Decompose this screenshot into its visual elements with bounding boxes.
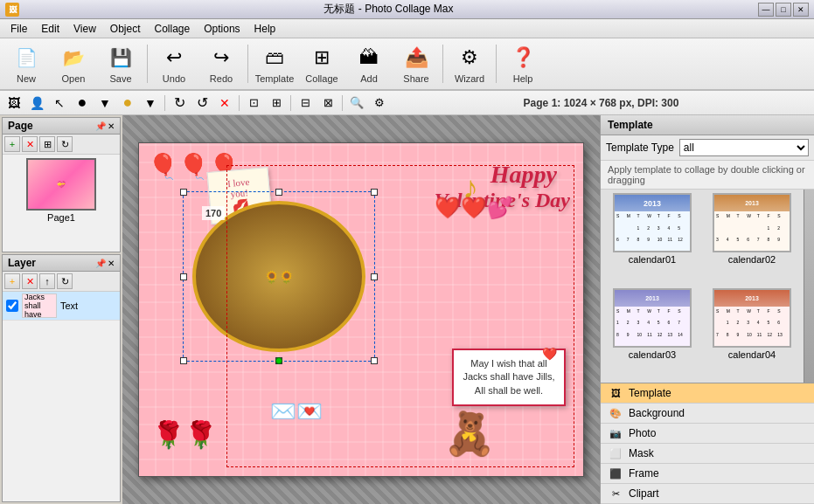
share-label: Share [403, 73, 428, 84]
template-scrollbar[interactable] [804, 190, 814, 383]
layer-thumb: May I wish that all Jacks shall have Jil… [22, 293, 57, 318]
bottom-tabs: 🖼 Template 🎨 Background 📷 Photo ⬜ Mask ⬛… [601, 383, 814, 504]
roses-decoration: 🌹🌹 [152, 419, 217, 450]
layer-number-label: 170 [202, 206, 225, 220]
tb2-btn-dropdown1[interactable]: ▼ [94, 93, 115, 113]
save-label: Save [109, 73, 131, 84]
page-panel-close[interactable]: ✕ [108, 121, 115, 131]
menu-file[interactable]: File [3, 21, 34, 37]
layer-remove-button[interactable]: ✕ [22, 273, 38, 289]
canvas[interactable]: 🎈🎈🎈 I love you! 💋 Happy Valentine's Day … [138, 142, 584, 477]
wizard-button[interactable]: ⚙ Wizard [447, 40, 492, 87]
handle-bl[interactable] [180, 357, 187, 364]
template-item-cal02[interactable]: 2013 SMTWTFS 12 3456789 calendar02 [704, 193, 800, 285]
page-copy-button[interactable]: ⊞ [39, 136, 55, 152]
clipart-tab-icon: ✂ [608, 487, 623, 500]
tb2-btn-image[interactable]: 🖼 [3, 93, 24, 113]
template-item-cal01[interactable]: 2013 SMTWTFS 12345 6789101112 calendar01 [604, 193, 700, 285]
help-button[interactable]: ❓ Help [500, 40, 546, 87]
tb2-btn-settings[interactable]: ⚙ [369, 93, 390, 113]
save-button[interactable]: 💾 Save [98, 40, 143, 87]
layer-panel-pin[interactable]: 📌 [95, 259, 106, 268]
tab-clipart[interactable]: ✂ Clipart [601, 484, 814, 504]
close-button[interactable]: ✕ [793, 3, 809, 17]
title-bar: 🖼 无标题 - Photo Collage Max — □ ✕ [0, 0, 814, 19]
help-icon: ❓ [509, 44, 537, 72]
template-type-label: Template Type [606, 142, 674, 154]
open-icon: 📂 [59, 44, 87, 72]
menu-object[interactable]: Object [103, 21, 148, 37]
tb2-btn-circle1[interactable]: ● [72, 93, 93, 113]
menu-options[interactable]: Options [197, 21, 247, 37]
tb2-btn-person[interactable]: 👤 [26, 93, 47, 113]
tb2-btn-cancel[interactable]: ✕ [214, 93, 235, 113]
page-thumb-label: Page1 [47, 212, 75, 223]
share-button[interactable]: 📤 Share [393, 40, 439, 87]
template-type-select[interactable]: all calendar wedding birthday [679, 139, 809, 156]
tb2-btn-dropdown2[interactable]: ▼ [140, 93, 161, 113]
page-panel-title: Page [8, 120, 33, 132]
menu-edit[interactable]: Edit [34, 21, 66, 37]
tb2-btn-rotate-cw[interactable]: ↻ [169, 93, 190, 113]
open-label: Open [62, 73, 86, 84]
template-name-cal02: calendar02 [728, 254, 776, 265]
template-thumb-cal03: 2013 SMTWTFS 1234567 891011121314 [613, 288, 692, 348]
layer-move-up-button[interactable]: ↑ [39, 273, 55, 289]
open-button[interactable]: 📂 Open [51, 40, 96, 87]
layer-panel-close[interactable]: ✕ [108, 259, 115, 268]
handle-ml[interactable] [180, 273, 187, 280]
redo-button[interactable]: ↪ Redo [198, 40, 244, 87]
layer-list: May I wish that all Jacks shall have Jil… [3, 292, 120, 321]
undo-button[interactable]: ↩ Undo [151, 40, 197, 87]
menu-collage[interactable]: Collage [148, 21, 198, 37]
background-tab-icon: 🎨 [608, 407, 623, 419]
tb2-btn-lock[interactable]: ⊟ [295, 93, 316, 113]
template-item-cal04[interactable]: 2013 SMTWTFS 123456 78910111213 calendar… [704, 288, 800, 380]
layer-add-button[interactable]: + [4, 273, 20, 289]
new-button[interactable]: 📄 New [3, 40, 49, 87]
template-name-cal03: calendar03 [629, 349, 676, 360]
tab-background[interactable]: 🎨 Background [601, 404, 814, 424]
page-panel-pin[interactable]: 📌 [95, 121, 106, 131]
tab-template[interactable]: 🖼 Template [601, 383, 814, 404]
toolbar-sep-3 [442, 45, 443, 83]
page-add-button[interactable]: + [4, 136, 20, 152]
new-icon: 📄 [12, 44, 40, 72]
right-panel: Template Template Type all calendar wedd… [600, 115, 814, 504]
page-refresh-button[interactable]: ↻ [57, 136, 73, 152]
layer-panel-toolbar: + ✕ ↑ ↻ [3, 272, 120, 292]
layer-visibility-checkbox[interactable] [6, 300, 18, 312]
tb2-btn-zoom[interactable]: 🔍 [346, 93, 367, 113]
mask-tab-label: Mask [629, 447, 654, 459]
template-item-cal03[interactable]: 2013 SMTWTFS 1234567 891011121314 calend… [604, 288, 700, 380]
page-thumbnail[interactable]: 💝 Page1 [6, 158, 116, 223]
tab-frame[interactable]: ⬛ Frame [601, 464, 814, 484]
page-remove-button[interactable]: ✕ [22, 136, 38, 152]
tb2-btn-cursor[interactable]: ↖ [49, 93, 70, 113]
add-button[interactable]: 🏔 Add [346, 40, 392, 87]
tab-photo[interactable]: 📷 Photo [601, 424, 814, 444]
menu-help[interactable]: Help [247, 21, 283, 37]
share-icon: 📤 [402, 44, 430, 72]
handle-tl[interactable] [180, 189, 187, 196]
collage-button[interactable]: ⊞ Collage [299, 40, 344, 87]
tb2-btn-unlock[interactable]: ⊠ [317, 93, 338, 113]
secondary-toolbar: 🖼 👤 ↖ ● ▼ ● ▼ ↻ ↺ ✕ ⊡ ⊞ ⊟ ⊠ 🔍 ⚙ Page 1: … [0, 91, 814, 115]
tb2-btn-rotate-ccw[interactable]: ↺ [191, 93, 212, 113]
tb2-sep-2 [239, 95, 240, 111]
undo-label: Undo [163, 73, 185, 84]
layer-refresh-button[interactable]: ↻ [57, 273, 73, 289]
maximize-button[interactable]: □ [776, 3, 791, 17]
menu-view[interactable]: View [66, 21, 103, 37]
toolbar-sep-1 [147, 45, 148, 83]
tb2-btn-circle2[interactable]: ● [117, 93, 138, 113]
template-button[interactable]: 🗃 Template [252, 40, 297, 87]
wizard-icon: ⚙ [456, 44, 484, 72]
layer-item[interactable]: May I wish that all Jacks shall have Jil… [3, 292, 120, 321]
tab-mask[interactable]: ⬜ Mask [601, 444, 814, 464]
template-hint: Apply template to collage by double clic… [601, 161, 814, 190]
minimize-button[interactable]: — [758, 3, 774, 17]
tb2-btn-frame[interactable]: ⊞ [266, 93, 287, 113]
tb2-btn-fit[interactable]: ⊡ [243, 93, 264, 113]
template-icon: 🗃 [261, 44, 289, 72]
